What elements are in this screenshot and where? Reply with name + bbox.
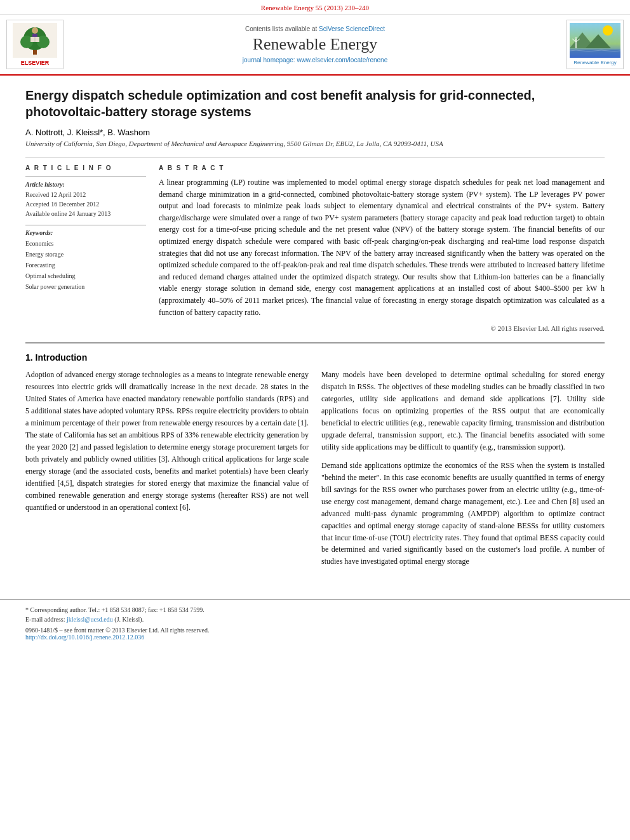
homepage-prefix: journal homepage: xyxy=(243,57,297,63)
accepted-date: Accepted 16 December 2012 xyxy=(25,199,146,209)
intro-left-col: Adoption of advanced energy storage tech… xyxy=(25,369,309,574)
journal-header: ELSEVIER Contents lists available at Sci… xyxy=(0,15,630,76)
elsevier-logo-container: ELSEVIER xyxy=(6,20,64,69)
keywords-section: Keywords: Economics Energy storage Forec… xyxy=(25,225,146,292)
main-content: Energy dispatch schedule optimization an… xyxy=(0,76,630,593)
journal-ref-text: Renewable Energy 55 (2013) 230–240 xyxy=(261,4,369,11)
info-abstract-layout: A R T I C L E I N F O Article history: R… xyxy=(25,164,605,332)
abstract-header: A B S T R A C T xyxy=(159,164,605,171)
copyright-line: © 2013 Elsevier Ltd. All rights reserved… xyxy=(159,324,605,332)
keyword-solar-power: Solar power generation xyxy=(25,281,146,292)
article-info-header: A R T I C L E I N F O xyxy=(25,164,146,171)
available-date: Available online 24 January 2013 xyxy=(25,209,146,218)
intro-body: Adoption of advanced energy storage tech… xyxy=(25,369,605,574)
footer-issn: 0960-1481/$ – see front matter © 2013 El… xyxy=(25,627,605,641)
keyword-economics: Economics xyxy=(25,238,146,249)
intro-section-header: 1. Introduction xyxy=(25,352,605,363)
sciverse-link[interactable]: SciVerse ScienceDirect xyxy=(319,25,385,32)
abstract-column: A B S T R A C T A linear programming (LP… xyxy=(159,164,605,332)
footer-area: * Corresponding author. Tel.: +1 858 534… xyxy=(0,599,630,646)
article-title: Energy dispatch schedule optimization an… xyxy=(25,87,605,120)
sciverse-line: Contents lists available at SciVerse Sci… xyxy=(245,25,385,32)
section-title-text: Introduction xyxy=(36,352,88,363)
svg-point-5 xyxy=(32,27,38,34)
keyword-energy-storage: Energy storage xyxy=(25,249,146,260)
intro-paragraph-3: Demand side applications optimize the ec… xyxy=(321,460,605,568)
footnote-email: E-mail address: jkleissl@ucsd.edu (J. Kl… xyxy=(25,615,605,624)
journal-homepage: journal homepage: www.elsevier.com/locat… xyxy=(243,57,387,63)
footnote-star-text: * Corresponding author. Tel.: +1 858 534… xyxy=(25,606,204,613)
intro-paragraph-1: Adoption of advanced energy storage tech… xyxy=(25,369,309,513)
abstract-text: A linear programming (LP) routine was im… xyxy=(159,177,605,318)
svg-point-10 xyxy=(603,25,613,36)
doi-link[interactable]: http://dx.doi.org/10.1016/j.renene.2012.… xyxy=(25,634,605,641)
elsevier-logo-svg xyxy=(13,23,57,58)
intro-para2-3: Many models have been developed to deter… xyxy=(321,369,605,568)
renewable-energy-logo-container: Renewable Energy xyxy=(566,20,624,69)
footnote-email-suffix: (J. Kleissl). xyxy=(114,616,144,623)
affiliation-line: University of California, San Diego, Dep… xyxy=(25,140,605,147)
renewable-energy-logo-image xyxy=(570,23,620,58)
re-logo-label: Renewable Energy xyxy=(573,60,617,66)
journal-title: Renewable Energy xyxy=(253,35,378,54)
footnote-email-link[interactable]: jkleissl@ucsd.edu xyxy=(67,616,113,623)
journal-reference-bar: Renewable Energy 55 (2013) 230–240 xyxy=(0,0,630,15)
authors-text: A. Nottrott, J. Kleissl*, B. Washom xyxy=(25,128,150,137)
keywords-label: Keywords: xyxy=(25,229,146,236)
header-divider xyxy=(25,157,605,158)
journal-center-info: Contents lists available at SciVerse Sci… xyxy=(70,20,560,69)
re-logo-svg xyxy=(570,23,620,58)
article-history-section: Article history: Received 12 April 2012 … xyxy=(25,177,146,218)
intro-right-col: Many models have been developed to deter… xyxy=(321,369,605,574)
elsevier-brand-text: ELSEVIER xyxy=(21,60,50,66)
issn-text: 0960-1481/$ – see front matter © 2013 El… xyxy=(25,627,605,634)
authors-line: A. Nottrott, J. Kleissl*, B. Washom xyxy=(25,128,605,137)
sciverse-prefix: Contents lists available at xyxy=(245,25,319,32)
page: Renewable Energy 55 (2013) 230–240 xyxy=(0,0,630,840)
intro-divider xyxy=(25,342,605,343)
homepage-link[interactable]: www.elsevier.com/locate/renene xyxy=(297,57,387,63)
section-number: 1. xyxy=(25,352,33,363)
intro-para1: Adoption of advanced energy storage tech… xyxy=(25,369,309,513)
footnote-corresponding: * Corresponding author. Tel.: +1 858 534… xyxy=(25,605,605,615)
intro-paragraph-2: Many models have been developed to deter… xyxy=(321,369,605,453)
article-info-column: A R T I C L E I N F O Article history: R… xyxy=(25,164,146,332)
keyword-optimal-scheduling: Optimal scheduling xyxy=(25,270,146,281)
received-date: Received 12 April 2012 xyxy=(25,190,146,199)
keyword-forecasting: Forecasting xyxy=(25,260,146,270)
footnote-email-label: E-mail address: xyxy=(25,616,65,623)
article-history-label: Article history: xyxy=(25,181,146,188)
elsevier-tree-image xyxy=(13,23,57,58)
